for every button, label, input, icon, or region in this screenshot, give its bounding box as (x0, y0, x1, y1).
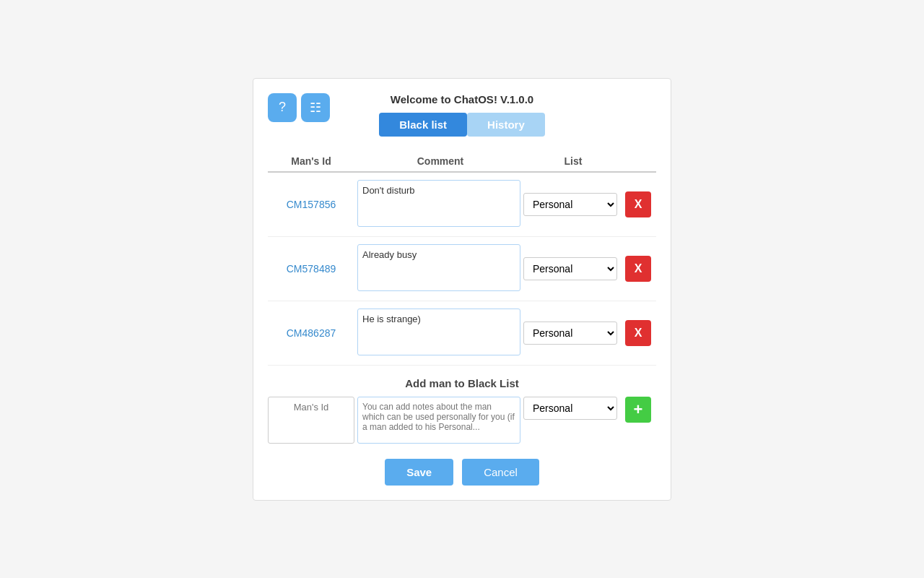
blacklist-tab[interactable]: Black list (379, 113, 467, 137)
list-cell-1: Personal Global (523, 193, 617, 216)
add-row: Personal Global + (268, 397, 656, 446)
new-man-id-input[interactable] (268, 397, 354, 444)
table-section: Man's Id Comment List CM157856 Don't dis… (268, 151, 656, 366)
table-row: CM486287 He is strange) Personal Global … (268, 301, 656, 366)
delete-cell-2: X (620, 256, 656, 282)
comment-cell-3: He is strange) (357, 309, 520, 358)
list-cell-2: Personal Global (523, 257, 617, 280)
new-man-id-cell (268, 397, 354, 446)
table-row: CM157856 Don't disturb Personal Global X (268, 173, 656, 237)
history-tab[interactable]: History (467, 113, 545, 137)
list-select-1[interactable]: Personal Global (523, 193, 617, 216)
save-button[interactable]: Save (385, 459, 453, 486)
header-comment: Comment (354, 155, 526, 167)
new-comment-input[interactable] (357, 397, 520, 444)
doc-button[interactable]: ☷ (301, 93, 330, 122)
table-header: Man's Id Comment List (268, 151, 656, 173)
comment-input-1[interactable]: Don't disturb (357, 180, 520, 227)
new-comment-cell (357, 397, 520, 446)
comment-cell-2: Already busy (357, 244, 520, 293)
new-list-select[interactable]: Personal Global (523, 397, 617, 420)
man-id-1: CM157856 (268, 199, 354, 210)
comment-cell-1: Don't disturb (357, 180, 520, 229)
add-section: Add man to Black List Personal Global + (268, 377, 656, 446)
list-select-3[interactable]: Personal Global (523, 322, 617, 345)
cancel-button[interactable]: Cancel (462, 459, 539, 486)
comment-input-2[interactable]: Already busy (357, 244, 520, 291)
header-list: List (526, 155, 620, 167)
header-action (620, 155, 656, 167)
delete-button-3[interactable]: X (625, 320, 651, 346)
man-id-2: CM578489 (268, 263, 354, 275)
icon-buttons: ? ☷ (268, 93, 330, 122)
table-row: CM578489 Already busy Personal Global X (268, 237, 656, 301)
list-select-2[interactable]: Personal Global (523, 257, 617, 280)
comment-input-3[interactable]: He is strange) (357, 309, 520, 355)
help-button[interactable]: ? (268, 93, 297, 122)
man-id-3: CM486287 (268, 327, 354, 339)
add-title: Add man to Black List (268, 377, 656, 389)
header-man-id: Man's Id (268, 155, 354, 167)
top-bar: ? ☷ Welcome to ChatOS! V.1.0.0 Black lis… (268, 93, 656, 137)
doc-icon: ☷ (310, 100, 321, 116)
list-cell-3: Personal Global (523, 322, 617, 345)
add-button-cell: + (620, 397, 656, 446)
action-buttons: Save Cancel (268, 459, 656, 486)
add-button[interactable]: + (625, 397, 651, 423)
delete-button-2[interactable]: X (625, 256, 651, 282)
new-list-cell: Personal Global (523, 397, 617, 446)
delete-button-1[interactable]: X (625, 191, 651, 217)
delete-cell-1: X (620, 191, 656, 217)
main-panel: ? ☷ Welcome to ChatOS! V.1.0.0 Black lis… (253, 78, 671, 501)
delete-cell-3: X (620, 320, 656, 346)
